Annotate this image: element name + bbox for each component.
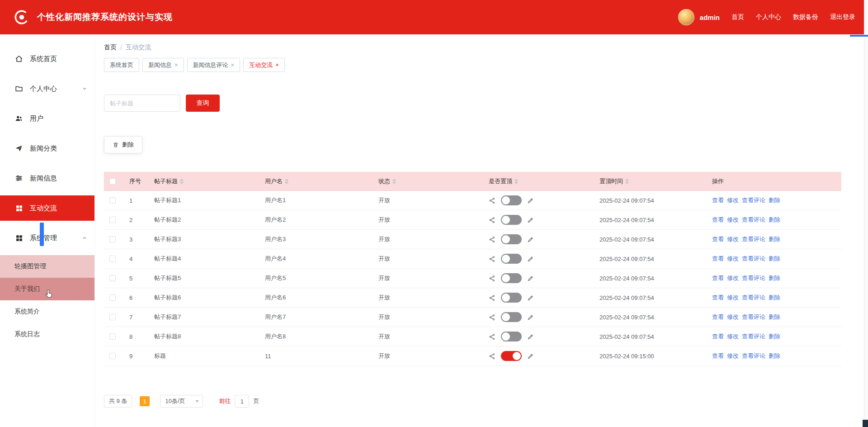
edit-link[interactable]: 修改 (727, 313, 739, 321)
pen-icon[interactable] (527, 314, 534, 321)
edit-link[interactable]: 修改 (727, 235, 739, 243)
column-header-title[interactable]: 帖子标题 (150, 177, 260, 185)
sort-carets-icon[interactable] (625, 179, 629, 184)
breadcrumb-home[interactable]: 首页 (104, 43, 117, 52)
share-icon[interactable] (489, 314, 495, 321)
delete-button[interactable]: 删除 (104, 136, 142, 153)
top-toggle[interactable] (501, 293, 522, 303)
share-icon[interactable] (489, 353, 495, 360)
delete-link[interactable]: 删除 (769, 294, 780, 302)
view-comments-link[interactable]: 查看评论 (742, 255, 765, 263)
column-header-pin-time[interactable]: 置顶时间 (595, 177, 708, 185)
column-header-pinned[interactable]: 是否置顶 (484, 177, 595, 185)
row-checkbox[interactable] (109, 256, 116, 262)
view-link[interactable]: 查看 (712, 294, 724, 302)
edit-link[interactable]: 修改 (727, 216, 739, 224)
sidebar-scrollbar-thumb[interactable] (40, 223, 44, 246)
tab-news-comments[interactable]: 新闻信息评论 × (187, 58, 241, 72)
view-comments-link[interactable]: 查看评论 (742, 352, 765, 360)
view-link[interactable]: 查看 (712, 216, 724, 224)
user-avatar[interactable] (678, 9, 694, 25)
share-icon[interactable] (489, 333, 495, 340)
sidebar-item-users[interactable]: 用户 (0, 106, 94, 131)
pen-icon[interactable] (527, 275, 534, 282)
row-checkbox[interactable] (109, 275, 116, 281)
view-comments-link[interactable]: 查看评论 (742, 216, 765, 224)
pen-icon[interactable] (527, 353, 534, 360)
row-checkbox[interactable] (109, 314, 116, 320)
row-checkbox[interactable] (109, 353, 116, 359)
share-icon[interactable] (489, 197, 495, 204)
scrollbar-thumb[interactable] (850, 35, 868, 37)
view-link[interactable]: 查看 (712, 313, 724, 321)
row-checkbox[interactable] (109, 197, 116, 204)
nav-data-backup[interactable]: 数据备份 (793, 13, 818, 21)
sidebar-item-system-home[interactable]: 系统首页 (0, 46, 94, 71)
top-toggle[interactable] (501, 273, 522, 283)
view-comments-link[interactable]: 查看评论 (742, 332, 765, 341)
edit-link[interactable]: 修改 (727, 352, 739, 360)
share-icon[interactable] (489, 256, 495, 262)
delete-link[interactable]: 删除 (769, 255, 780, 263)
sidebar-item-interaction[interactable]: 互动交流 (0, 195, 94, 221)
pen-icon[interactable] (527, 236, 534, 243)
pen-icon[interactable] (527, 294, 534, 301)
nav-home[interactable]: 首页 (731, 13, 744, 21)
tab-close-icon[interactable]: × (231, 62, 235, 68)
top-toggle[interactable] (501, 254, 522, 264)
pen-icon[interactable] (527, 217, 534, 223)
delete-link[interactable]: 删除 (769, 196, 780, 204)
page-scrollbar[interactable] (864, 0, 868, 427)
edit-link[interactable]: 修改 (727, 196, 739, 204)
search-input[interactable] (104, 95, 180, 112)
row-checkbox[interactable] (109, 294, 116, 301)
delete-link[interactable]: 删除 (769, 332, 780, 341)
row-checkbox[interactable] (109, 236, 116, 242)
delete-link[interactable]: 删除 (769, 216, 780, 224)
pen-icon[interactable] (527, 333, 534, 340)
sort-carets-icon[interactable] (180, 179, 184, 184)
sidebar-item-personal-center[interactable]: 个人中心 (0, 76, 94, 101)
view-comments-link[interactable]: 查看评论 (742, 235, 765, 243)
tab-close-icon[interactable]: × (275, 62, 279, 68)
row-checkbox[interactable] (109, 333, 116, 340)
top-toggle[interactable] (501, 195, 522, 205)
share-icon[interactable] (489, 217, 495, 223)
goto-page-input[interactable] (235, 395, 249, 408)
share-icon[interactable] (489, 294, 495, 301)
top-toggle[interactable] (501, 215, 522, 225)
pagination-page-1[interactable]: 1 (140, 396, 150, 406)
delete-link[interactable]: 删除 (769, 235, 780, 243)
view-link[interactable]: 查看 (712, 255, 724, 263)
view-comments-link[interactable]: 查看评论 (742, 274, 765, 282)
view-link[interactable]: 查看 (712, 332, 724, 341)
view-link[interactable]: 查看 (712, 235, 724, 243)
view-link[interactable]: 查看 (712, 274, 724, 282)
sidebar-item-system-admin[interactable]: 系统管理 (0, 225, 94, 251)
share-icon[interactable] (489, 236, 495, 243)
sidebar-item-news-category[interactable]: 新闻分类 (0, 136, 94, 161)
sidebar-subitem-system-log[interactable]: 系统日志 (0, 323, 94, 346)
query-button[interactable]: 查询 (186, 95, 220, 112)
nav-logout[interactable]: 退出登录 (830, 13, 855, 21)
tab-system-home[interactable]: 系统首页 (104, 58, 139, 72)
sidebar-item-news-info[interactable]: 新闻信息 (0, 166, 94, 191)
column-header-user[interactable]: 用户名 (260, 177, 374, 185)
select-all-checkbox[interactable] (109, 178, 116, 185)
sidebar-subitem-system-intro[interactable]: 系统简介 (0, 300, 94, 323)
edit-link[interactable]: 修改 (727, 255, 739, 263)
view-comments-link[interactable]: 查看评论 (742, 196, 765, 204)
delete-link[interactable]: 删除 (769, 274, 780, 282)
edit-link[interactable]: 修改 (727, 274, 739, 282)
top-toggle[interactable] (501, 234, 522, 244)
sidebar-subitem-carousel[interactable]: 轮播图管理 (0, 255, 94, 278)
top-toggle[interactable] (501, 351, 522, 361)
pen-icon[interactable] (527, 256, 534, 262)
tab-news-info[interactable]: 新闻信息 × (142, 58, 184, 72)
share-icon[interactable] (489, 275, 495, 282)
view-comments-link[interactable]: 查看评论 (742, 313, 765, 321)
row-checkbox[interactable] (109, 217, 116, 223)
tab-close-icon[interactable]: × (175, 62, 178, 68)
view-comments-link[interactable]: 查看评论 (742, 294, 765, 302)
sort-carets-icon[interactable] (514, 179, 518, 184)
